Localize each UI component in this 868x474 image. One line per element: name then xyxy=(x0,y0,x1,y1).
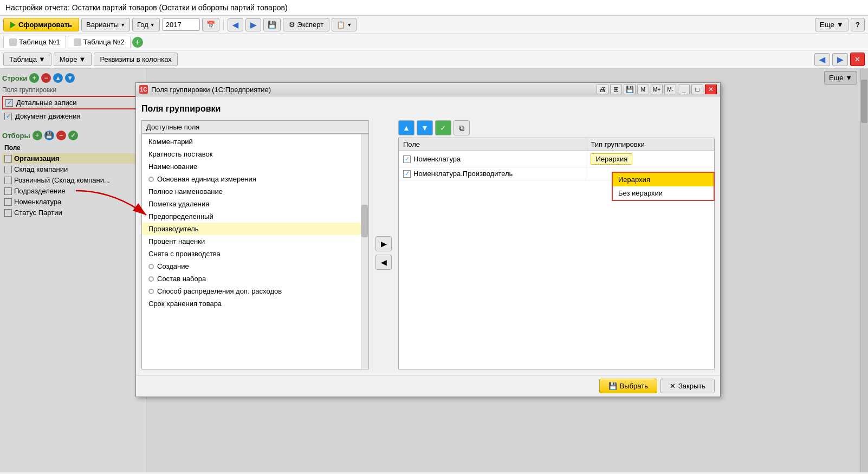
rtable-header-row: Поле Тип группировки xyxy=(399,138,714,151)
row0-checkbox[interactable] xyxy=(403,155,411,163)
dialog-footer: 💾 Выбрать ✕ Закрыть xyxy=(136,375,720,397)
dialog-heading: Поля группировки xyxy=(141,102,715,116)
rtable-cell-field-0: Номенклатура xyxy=(399,151,586,167)
available-fields-header: Доступные поля xyxy=(141,120,369,134)
page-title: Настройки отчета: Остатки партий товаров… xyxy=(0,0,868,16)
tab1-icon xyxy=(9,38,17,46)
field-item-6[interactable]: Предопределенный xyxy=(142,210,368,223)
fields-list: Комментарий Кратность поставок Наименова… xyxy=(141,134,369,369)
right-top-buttons: ▲ ▼ ✓ ⧉ xyxy=(398,120,715,135)
nav-right-btn[interactable]: ◀ xyxy=(814,53,830,66)
field-item-8[interactable]: Процент наценки xyxy=(142,235,368,248)
dialog-close-btn[interactable]: ✕ xyxy=(705,85,717,94)
col-field-header: Поле xyxy=(399,138,586,151)
field-item-4[interactable]: Полное наименование xyxy=(142,185,368,198)
table-sub-btn[interactable]: Таблица ▼ xyxy=(3,53,51,66)
extra-chevron-icon: ▼ xyxy=(347,22,352,28)
dialog-mplus-btn[interactable]: M+ xyxy=(651,85,663,94)
dialog-body: Поля группировки Доступные поля Коммента… xyxy=(136,96,720,375)
right-dn-btn[interactable]: ▼ xyxy=(417,120,433,135)
dialog-print-btn[interactable]: 🖨 xyxy=(597,85,608,94)
list-scroll-thumb xyxy=(361,205,368,237)
rtable-row-0[interactable]: Номенклатура Иерархия xyxy=(399,151,714,167)
select-icon: 💾 xyxy=(608,382,617,390)
field-item-11[interactable]: Состав набора xyxy=(142,272,368,285)
close-button[interactable]: ✕ Закрыть xyxy=(660,379,715,393)
tabs-bar: Таблица №1 Таблица №2 + xyxy=(0,34,868,50)
selected-fields-area: ▲ ▼ ✓ ⧉ Поле Тип группировки xyxy=(398,120,715,369)
more-chevron-icon: ▼ xyxy=(837,21,844,29)
dialog-minimize-btn[interactable]: _ xyxy=(678,85,690,94)
field-item-13[interactable]: Срок хранения товара xyxy=(142,297,368,310)
variants-button[interactable]: Варианты ▼ xyxy=(81,18,130,31)
move-left-btn[interactable]: ◀ xyxy=(375,255,392,270)
period-button[interactable]: Год ▼ xyxy=(132,18,160,31)
dialog-title-text: Поля группировки (1С:Предприятие) xyxy=(151,86,593,94)
right-copy-btn[interactable]: ⧉ xyxy=(454,120,470,135)
period-chevron-icon: ▼ xyxy=(150,22,155,28)
chevron-down-icon: ▼ xyxy=(120,22,125,28)
move-right-btn[interactable]: ▶ xyxy=(375,236,392,251)
dialog-maximize-btn[interactable]: □ xyxy=(691,85,703,94)
field-item-0[interactable]: Комментарий xyxy=(142,135,368,148)
list-scrollbar[interactable] xyxy=(361,134,368,369)
field-item-7[interactable]: Производитель xyxy=(142,223,368,235)
dialog-save-btn[interactable]: 💾 xyxy=(624,85,636,94)
grouptype-item-0[interactable]: Иерархия xyxy=(613,173,714,186)
field-dot-11 xyxy=(148,276,154,282)
field-item-5[interactable]: Пометка удаления xyxy=(142,198,368,210)
dialog-m-btn[interactable]: M xyxy=(637,85,649,94)
field-item-12[interactable]: Способ распределения доп. расходов xyxy=(142,285,368,297)
grouping-dialog: 1С Поля группировки (1С:Предприятие) 🖨 ⊞… xyxy=(135,82,721,397)
calendar-btn[interactable]: 📅 xyxy=(202,18,219,31)
right-up-btn[interactable]: ▲ xyxy=(398,120,414,135)
right-check-btn[interactable]: ✓ xyxy=(435,120,451,135)
nav-forward-btn[interactable]: ▶ xyxy=(245,18,261,31)
more-sub-chevron-icon: ▼ xyxy=(79,55,86,63)
field-item-10[interactable]: Создание xyxy=(142,260,368,272)
play-icon xyxy=(10,22,16,28)
field-dot-3 xyxy=(148,177,154,182)
tab-table2[interactable]: Таблица №2 xyxy=(68,36,131,48)
field-dot-12 xyxy=(148,289,154,294)
help-btn[interactable]: ? xyxy=(851,18,865,31)
fields-list-items: Комментарий Кратность поставок Наименова… xyxy=(142,134,368,311)
more-btn[interactable]: Еще ▼ xyxy=(815,18,848,31)
field-dot-10 xyxy=(148,264,154,269)
dialog-title-icon: 1С xyxy=(139,85,148,94)
dialog-content: Доступные поля Комментарий Кратность пос… xyxy=(141,120,715,369)
settings-icon: ⚙ xyxy=(289,21,295,29)
row1-checkbox[interactable] xyxy=(403,170,411,178)
dialog-mminus-btn[interactable]: M- xyxy=(664,85,676,94)
main-toolbar: Сформировать Варианты ▼ Год ▼ 📅 ◀ ▶ 💾 ⚙ … xyxy=(0,16,868,34)
save-btn[interactable]: 💾 xyxy=(263,18,281,31)
tab-table1[interactable]: Таблица №1 xyxy=(3,36,66,48)
field-item-9[interactable]: Снята с производства xyxy=(142,248,368,260)
col-grouptype-header: Тип группировки xyxy=(586,138,714,151)
add-tab-btn[interactable]: + xyxy=(132,37,143,48)
dialog-table-btn[interactable]: ⊞ xyxy=(610,85,622,94)
more-sub-btn[interactable]: Море ▼ xyxy=(54,53,92,66)
available-fields-area: Доступные поля Комментарий Кратность пос… xyxy=(141,120,369,369)
field-item-1[interactable]: Кратность поставок xyxy=(142,148,368,160)
extra-btn[interactable]: 📋 ▼ xyxy=(332,18,357,31)
grouptype-dropdown: Иерархия Без иерархии xyxy=(612,172,715,201)
nav-back-btn[interactable]: ◀ xyxy=(228,18,243,31)
expert-btn[interactable]: ⚙ Эксперт xyxy=(283,18,329,31)
main-area: Строки + − ▲ ▼ Поля группировки Детальны… xyxy=(0,69,868,472)
close-right-btn[interactable]: ✕ xyxy=(850,53,865,66)
grouptype-item-1[interactable]: Без иерархии xyxy=(613,186,714,200)
sub-toolbar: Таблица ▼ Море ▼ Реквизиты в колонках ◀ … xyxy=(0,50,868,69)
year-input[interactable] xyxy=(162,18,200,31)
props-btn[interactable]: Реквизиты в колонках xyxy=(94,53,177,66)
dialog-titlebar: 1С Поля группировки (1С:Предприятие) 🖨 ⊞… xyxy=(136,83,720,96)
field-item-3[interactable]: Основная единица измерения xyxy=(142,173,368,185)
close-x-icon: ✕ xyxy=(670,382,676,390)
field-item-2[interactable]: Наименование xyxy=(142,160,368,173)
form-button[interactable]: Сформировать xyxy=(3,18,79,31)
separator1 xyxy=(223,20,224,30)
nav-right2-btn[interactable]: ▶ xyxy=(832,53,848,66)
select-button[interactable]: 💾 Выбрать xyxy=(599,379,657,393)
rtable-cell-type-0[interactable]: Иерархия xyxy=(586,151,714,167)
middle-buttons: ▶ ◀ xyxy=(375,120,392,369)
